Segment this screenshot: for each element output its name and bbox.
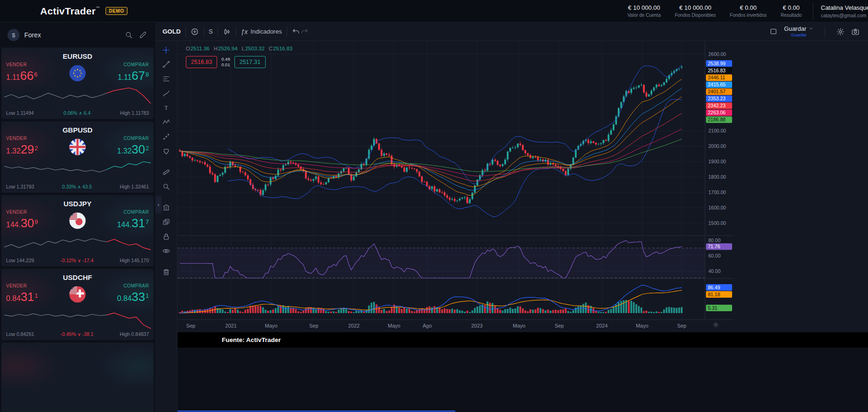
svg-text:2023: 2023: [471, 323, 482, 328]
svg-text:2186.88: 2186.88: [708, 117, 726, 122]
svg-text:2538.99: 2538.99: [708, 61, 726, 66]
save-button[interactable]: Guardar Guardar: [784, 26, 813, 37]
svg-text:86.49: 86.49: [708, 285, 720, 290]
buy-button[interactable]: COMPRAR144.317: [117, 209, 149, 230]
collapse-watchlist-chevron[interactable]: ‹: [155, 196, 162, 214]
account-stat: € 10 000.00Fondos Disponibles: [675, 4, 716, 18]
annotations-icon[interactable]: [159, 216, 173, 229]
buy-price-button[interactable]: 2517.31: [234, 56, 266, 68]
watchlist-card-usdchf[interactable]: USDCHFVENDER0.84311COMPRAR0.84331Low 0.8…: [1, 269, 154, 340]
watchlist-card-partial[interactable]: [1, 342, 154, 412]
compare-add-icon[interactable]: [191, 28, 199, 36]
sell-label: VENDER: [6, 136, 38, 141]
camera-icon[interactable]: [851, 28, 860, 36]
crosshair-icon[interactable]: [159, 43, 173, 56]
demo-badge: DEMO: [106, 7, 127, 15]
svg-text:Mayo: Mayo: [388, 323, 401, 328]
stat-value: € 0.00: [730, 4, 767, 11]
chart-type-candles-icon[interactable]: [223, 28, 231, 36]
ruler-icon[interactable]: [159, 166, 173, 179]
lock-icon[interactable]: [159, 230, 173, 243]
gbpusd-flag-icon: [69, 139, 86, 155]
drawing-toolbar: ‹ T: [155, 41, 177, 412]
text-tool-icon[interactable]: T: [159, 101, 173, 114]
svg-text:Sep: Sep: [677, 323, 686, 328]
fib-icon[interactable]: [159, 72, 173, 85]
buy-button[interactable]: COMPRAR1.32302: [117, 136, 149, 157]
high-value: High 145.170: [120, 258, 149, 263]
eye-icon[interactable]: [159, 244, 173, 258]
low-value: Low 0.84261: [6, 331, 34, 337]
undo-icon[interactable]: [292, 28, 300, 36]
svg-text:1700.00: 1700.00: [708, 189, 726, 195]
account-user-menu[interactable]: Catalina Velasquez cataytes@gmail.com: [813, 2, 868, 20]
spread-indicator: 0.48 0.01: [221, 56, 230, 68]
price: 1.32292: [6, 142, 38, 157]
trash-icon[interactable]: [159, 265, 173, 279]
buy-button[interactable]: COMPRAR1.11678: [118, 62, 149, 83]
axis-badge: 81.18: [706, 291, 732, 298]
zoom-icon[interactable]: [159, 180, 173, 193]
stat-value: € 10 000.00: [628, 4, 661, 11]
price: 1.32302: [117, 142, 149, 157]
chart-main: ‹ T 2600.002100.002000.001900.001800.001…: [155, 41, 868, 412]
sell-button[interactable]: VENDER0.84311: [6, 283, 38, 304]
buy-button[interactable]: COMPRAR0.84331: [117, 283, 149, 304]
user-name: Catalina Velasquez: [821, 4, 868, 11]
source-bar: Fuente: ActivTrader: [177, 332, 868, 348]
buy-label: COMPRAR: [123, 62, 149, 67]
svg-text:Mayo: Mayo: [265, 323, 277, 328]
sell-button[interactable]: VENDER1.11666: [6, 62, 37, 83]
brush-icon[interactable]: [159, 87, 173, 100]
layout-icon[interactable]: [769, 28, 777, 35]
watchlist-card-gbpusd[interactable]: GBPUSDVENDER1.32292COMPRAR1.32302Low 1.3…: [1, 121, 154, 193]
chart-column: GOLD S ƒx Indicadores Guardar Guardar: [155, 22, 868, 412]
account-stat: € 0.00Fondos invertidos: [730, 4, 767, 18]
save-sub-label: Guardar: [791, 33, 806, 37]
axis-badge: 2263.06: [706, 110, 732, 116]
pattern-icon[interactable]: [159, 116, 173, 129]
toolbar-right-group: Guardar Guardar: [769, 26, 863, 37]
timeframe-button[interactable]: S: [209, 28, 213, 35]
svg-text:2024: 2024: [596, 323, 607, 328]
low-value: Low 1.31793: [6, 184, 34, 189]
forecast-icon[interactable]: [159, 130, 173, 143]
sparkline-chart: [4, 231, 151, 258]
svg-text:2600.00: 2600.00: [708, 51, 726, 57]
sparkline-chart: [4, 305, 151, 331]
watchlist-card-eurusd[interactable]: EURUSDVENDER1.11666COMPRAR1.11678Low 1.1…: [1, 48, 154, 119]
source-label: Fuente: ActivTrader: [222, 336, 281, 343]
symbol-name[interactable]: GOLD: [162, 28, 181, 35]
settings-gear-icon[interactable]: [836, 28, 845, 36]
axis-badge: 2186.88: [706, 117, 732, 123]
sell-price-button[interactable]: 2516.83: [186, 56, 217, 68]
trading-chart[interactable]: 2600.002100.002000.001900.001800.001700.…: [177, 41, 733, 332]
trendline-icon[interactable]: [159, 58, 173, 71]
watchlist-card-usdjpy[interactable]: USDJPYVENDER144.309COMPRAR144.317Low 144…: [1, 195, 154, 266]
axis-badge: 2446.11: [706, 75, 732, 81]
search-icon[interactable]: [124, 30, 134, 40]
forex-category-icon: $: [7, 29, 20, 41]
edit-pencil-icon[interactable]: [138, 30, 148, 40]
low-value: Low 1.11494: [6, 110, 34, 116]
heart-icon[interactable]: [159, 145, 173, 158]
stat-value: € 0.00: [781, 4, 802, 11]
sell-button[interactable]: VENDER1.32292: [6, 136, 38, 157]
svg-text:2342.23: 2342.23: [708, 103, 726, 108]
axis-settings-icon[interactable]: [713, 321, 720, 329]
svg-text:2516.83: 2516.83: [708, 68, 726, 73]
sell-button[interactable]: VENDER144.309: [6, 209, 38, 230]
ohlc-legend: O2511.36 H2526.94 L2503.32 C2516.83: [186, 46, 292, 51]
scroll-progress-line[interactable]: [177, 411, 455, 412]
indicators-button[interactable]: ƒx Indicadores: [241, 28, 282, 35]
sell-label: VENDER: [6, 283, 38, 288]
topbar: ActivTrader™ DEMO € 10 000.00Valor de Cu…: [0, 0, 868, 22]
svg-text:Sep: Sep: [555, 323, 564, 328]
axis-badge: 2415.65: [706, 82, 732, 88]
low-value: Low 144.229: [6, 258, 34, 263]
svg-text:Ago: Ago: [423, 323, 432, 328]
price: 1.11678: [118, 69, 149, 83]
svg-text:40.00: 40.00: [708, 268, 720, 274]
svg-text:1500.00: 1500.00: [708, 220, 726, 226]
redo-icon[interactable]: [300, 28, 309, 36]
